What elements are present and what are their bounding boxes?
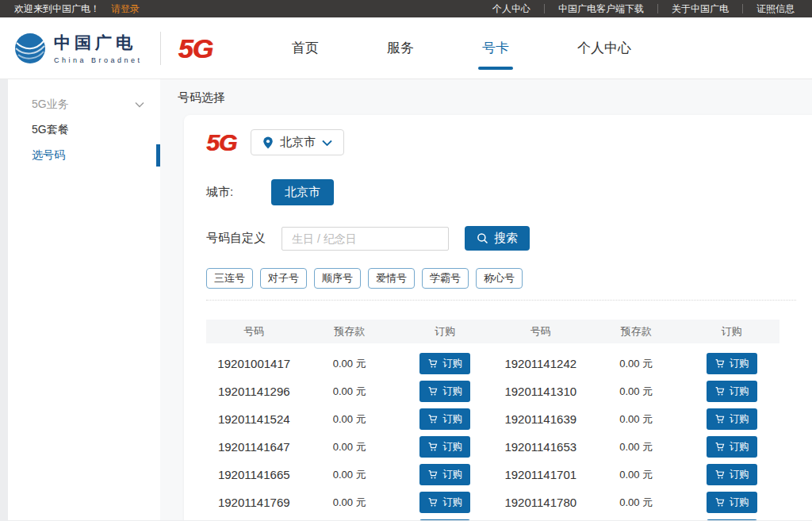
order-button[interactable]: 订购 — [419, 353, 470, 374]
order-button[interactable]: 订购 — [419, 436, 470, 458]
sidebar: 5G业务 5G套餐 选号码 — [8, 79, 160, 520]
deposit-value: 0.00 元 — [588, 496, 684, 510]
order-button[interactable]: 订购 — [419, 464, 470, 485]
table-row: 19201141647 0.00 元 订购 19201141653 0.00 元… — [206, 433, 779, 461]
sidebar-item-label: 5G业务 — [32, 98, 69, 112]
search-button[interactable]: 搜索 — [465, 226, 530, 251]
cart-icon — [427, 358, 438, 369]
deposit-value: 0.00 元 — [588, 412, 684, 427]
nav-personal-center[interactable]: 个人中心 — [576, 31, 633, 65]
order-button-label: 订购 — [442, 385, 462, 398]
col-header-deposit: 预存款 — [302, 324, 398, 339]
topbar-link-personal-center[interactable]: 个人中心 — [479, 4, 544, 13]
order-button[interactable]: 订购 — [419, 408, 470, 430]
table-row: 19201141665 0.00 元 订购 19201141701 0.00 元… — [206, 461, 779, 488]
tag-scholar-number[interactable]: 学霸号 — [422, 268, 469, 289]
city-selector[interactable]: 北京市 — [251, 129, 344, 155]
tag-triple-number[interactable]: 三连号 — [206, 268, 253, 289]
tag-filter-row: 三连号 对子号 顺序号 爱情号 学霸号 称心号 — [206, 268, 796, 289]
nav-number-card[interactable]: 号卡 — [481, 31, 511, 65]
login-link[interactable]: 请登录 — [111, 2, 140, 16]
deposit-value: 0.00 元 — [588, 357, 684, 371]
order-button-label: 订购 — [442, 468, 462, 481]
phone-number: 19201141524 — [206, 412, 302, 426]
order-button-label: 订购 — [730, 496, 749, 509]
order-button-label: 订购 — [730, 385, 749, 398]
phone-number: 19201141653 — [493, 440, 589, 454]
location-pin-icon — [262, 136, 274, 149]
col-header-deposit: 预存款 — [588, 324, 684, 339]
page-body: 5G业务 5G套餐 选号码 号码选择 5G 北京市 — [0, 79, 812, 520]
order-button[interactable]: 订购 — [707, 436, 757, 458]
phone-number: 19201141769 — [206, 496, 302, 509]
phone-number: 19201141701 — [493, 468, 589, 481]
order-button[interactable]: 订购 — [707, 408, 757, 430]
topbar-link-license-info[interactable]: 证照信息 — [742, 4, 798, 13]
cart-icon — [427, 442, 438, 452]
number-selection-card: 5G 北京市 城市: 北京市 号码自定义 — [184, 115, 812, 520]
order-button[interactable]: 订购 — [419, 492, 470, 513]
cart-icon — [427, 386, 438, 396]
city-row: 城市: 北京市 — [206, 179, 796, 205]
cart-icon — [714, 469, 725, 480]
dotted-divider — [206, 300, 796, 301]
deposit-value: 0.00 元 — [302, 468, 398, 482]
custom-number-row: 号码自定义 搜索 — [206, 226, 796, 251]
tag-love-number[interactable]: 爱情号 — [368, 268, 415, 289]
order-button[interactable]: 订购 — [707, 519, 757, 520]
deposit-value: 0.00 元 — [302, 440, 398, 454]
order-button[interactable]: 订购 — [707, 492, 757, 513]
col-header-number: 号码 — [493, 324, 589, 339]
phone-number: 19201141310 — [493, 385, 589, 398]
order-button[interactable]: 订购 — [419, 519, 470, 520]
deposit-value: 0.00 元 — [302, 496, 398, 510]
table-body: 19201001417 0.00 元 订购 19201141242 0.00 元… — [206, 350, 779, 520]
custom-number-label: 号码自定义 — [206, 231, 266, 246]
sidebar-item-5g-plans[interactable]: 5G套餐 — [8, 117, 160, 143]
topbar-link-app-download[interactable]: 中国广电客户端下载 — [544, 4, 657, 13]
city-beijing-button[interactable]: 北京市 — [271, 179, 334, 205]
card-header-row: 5G 北京市 — [206, 129, 796, 155]
number-table: 号码 预存款 订购 号码 预存款 订购 19201001417 0.00 元 订… — [206, 320, 779, 520]
phone-number: 19201141647 — [206, 440, 302, 454]
tag-satisfying-number[interactable]: 称心号 — [476, 268, 523, 289]
nav-home[interactable]: 首页 — [290, 31, 320, 65]
order-button-label: 订购 — [442, 440, 462, 454]
order-button[interactable]: 订购 — [707, 353, 757, 374]
deposit-value: 0.00 元 — [588, 440, 684, 454]
order-button-label: 订购 — [730, 357, 749, 370]
nav-services[interactable]: 服务 — [385, 31, 416, 65]
order-button-label: 订购 — [442, 412, 462, 426]
deposit-value: 0.00 元 — [302, 357, 398, 371]
search-button-label: 搜索 — [494, 231, 518, 246]
sidebar-item-5g-business[interactable]: 5G业务 — [8, 92, 160, 117]
order-button[interactable]: 订购 — [707, 464, 757, 485]
cart-icon — [714, 386, 725, 396]
search-icon — [477, 232, 488, 244]
main-nav: 首页 服务 号卡 个人中心 — [290, 31, 633, 65]
phone-number: 19201141639 — [493, 412, 589, 426]
tag-pair-number[interactable]: 对子号 — [260, 268, 307, 289]
sidebar-item-choose-number[interactable]: 选号码 — [8, 143, 160, 168]
phone-number: 19201141780 — [493, 496, 589, 509]
tag-sequence-number[interactable]: 顺序号 — [314, 268, 361, 289]
order-button[interactable]: 订购 — [419, 381, 470, 402]
sidebar-item-label: 选号码 — [32, 148, 65, 163]
5g-logo: 5G — [178, 35, 213, 62]
deposit-value: 0.00 元 — [588, 468, 684, 482]
topbar-link-about[interactable]: 关于中国广电 — [657, 4, 742, 13]
brand-subtitle: China Broadnet — [54, 56, 143, 64]
cart-icon — [427, 414, 438, 424]
order-button[interactable]: 订购 — [707, 381, 757, 402]
chevron-down-icon — [322, 140, 332, 146]
header: 中国广电 China Broadnet 5G 首页 服务 号卡 个人中心 — [0, 17, 812, 79]
chevron-down-icon — [135, 102, 144, 108]
custom-number-input[interactable] — [282, 227, 449, 251]
page-title: 号码选择 — [176, 79, 812, 115]
deposit-value: 0.00 元 — [588, 385, 684, 399]
brand-text: 中国广电 China Broadnet — [54, 32, 143, 64]
col-header-number: 号码 — [206, 324, 302, 339]
sidebar-item-label: 5G套餐 — [32, 123, 69, 137]
5g-logo: 5G — [206, 131, 236, 155]
cart-icon — [427, 469, 438, 480]
